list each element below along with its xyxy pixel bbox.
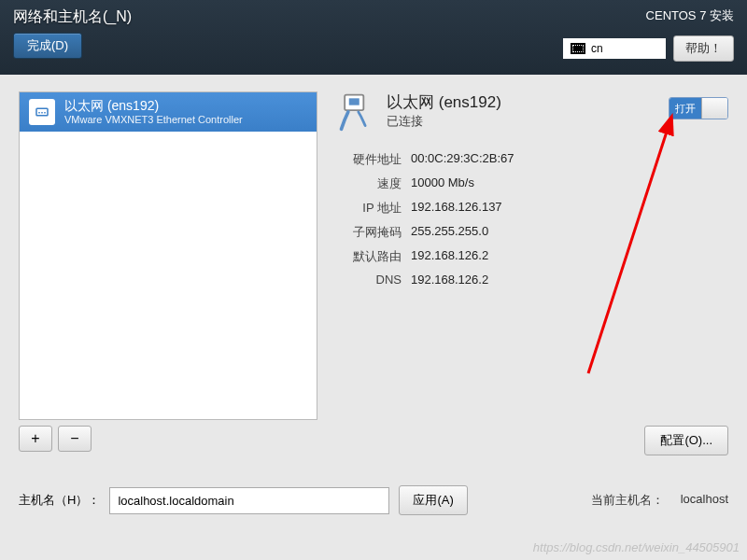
remove-device-button[interactable]: − [58,426,92,452]
row-gw: 默认路由192.168.126.2 [336,248,728,265]
label-ip: IP 地址 [336,200,402,217]
current-hostname-value: localhost [681,492,728,509]
toggle-handle [701,98,727,119]
header-controls: cn 帮助！ [563,35,734,62]
svg-rect-2 [349,98,359,105]
value-gw: 192.168.126.2 [411,248,488,265]
label-dns: DNS [336,273,402,287]
connection-status: 已连接 [387,113,501,130]
ethernet-icon [336,91,377,133]
configure-button[interactable]: 配置(O)... [644,426,728,455]
toggle-wrap: 打开 [669,97,728,119]
keyboard-icon [571,43,585,54]
current-hostname-block: 当前主机名： localhost [591,492,728,509]
watermark: https://blog.csdn.net/weixin_44505901 [533,540,740,554]
label-hw: 硬件地址 [336,151,402,168]
label-mask: 子网掩码 [336,224,402,241]
info-table: 硬件地址00:0C:29:3C:2B:67 速度10000 Mb/s IP 地址… [336,151,728,287]
value-hw: 00:0C:29:3C:2B:67 [411,151,514,168]
hostname-row: 主机名（H）： 应用(A) 当前主机名： localhost [19,485,728,515]
done-button[interactable]: 完成(D) [13,33,82,59]
hostname-input[interactable] [109,487,389,514]
keyboard-indicator[interactable]: cn [563,38,666,59]
device-item-ens192[interactable]: 以太网 (ens192) VMware VMXNET3 Ethernet Con… [20,92,317,132]
toggle-on-label: 打开 [669,98,701,119]
connection-toggle[interactable]: 打开 [669,97,728,119]
help-button[interactable]: 帮助！ [673,35,734,62]
value-speed: 10000 Mb/s [411,175,474,192]
apply-button[interactable]: 应用(A) [399,485,467,515]
installer-title: CENTOS 7 安装 [563,7,734,24]
keyboard-layout: cn [591,42,603,55]
row-dns: DNS192.168.126.2 [336,273,728,287]
row-ip: IP 地址192.168.126.137 [336,200,728,217]
row-mask: 子网掩码255.255.255.0 [336,224,728,241]
nic-icon [29,99,55,125]
device-column: 以太网 (ens192) VMware VMXNET3 Ethernet Con… [19,91,317,452]
detail-title-block: 以太网 (ens192) 已连接 [387,91,501,130]
label-gw: 默认路由 [336,248,402,265]
header-bar: 网络和主机名(_N) 完成(D) CENTOS 7 安装 cn 帮助！ [0,0,747,75]
add-device-button[interactable]: + [19,426,52,452]
detail-column: 以太网 (ens192) 已连接 打开 硬件地址00:0C:29:3C:2B:6… [336,91,728,452]
row-speed: 速度10000 Mb/s [336,175,728,192]
device-name: 以太网 (ens192) [64,98,243,114]
hostname-label: 主机名（H）： [19,492,100,509]
device-subtitle: VMware VMXNET3 Ethernet Controller [64,114,243,126]
value-ip: 192.168.126.137 [411,200,502,217]
device-text: 以太网 (ens192) VMware VMXNET3 Ethernet Con… [64,98,243,126]
value-dns: 192.168.126.2 [411,273,488,287]
list-buttons: + − [19,426,317,452]
current-hostname-label: 当前主机名： [591,492,664,509]
content-area: 以太网 (ens192) VMware VMXNET3 Ethernet Con… [0,75,747,469]
device-list[interactable]: 以太网 (ens192) VMware VMXNET3 Ethernet Con… [19,91,317,420]
detail-title: 以太网 (ens192) [387,91,501,113]
value-mask: 255.255.255.0 [411,224,488,241]
row-hw: 硬件地址00:0C:29:3C:2B:67 [336,151,728,168]
header-right: CENTOS 7 安装 cn 帮助！ [563,7,734,62]
label-speed: 速度 [336,175,402,192]
